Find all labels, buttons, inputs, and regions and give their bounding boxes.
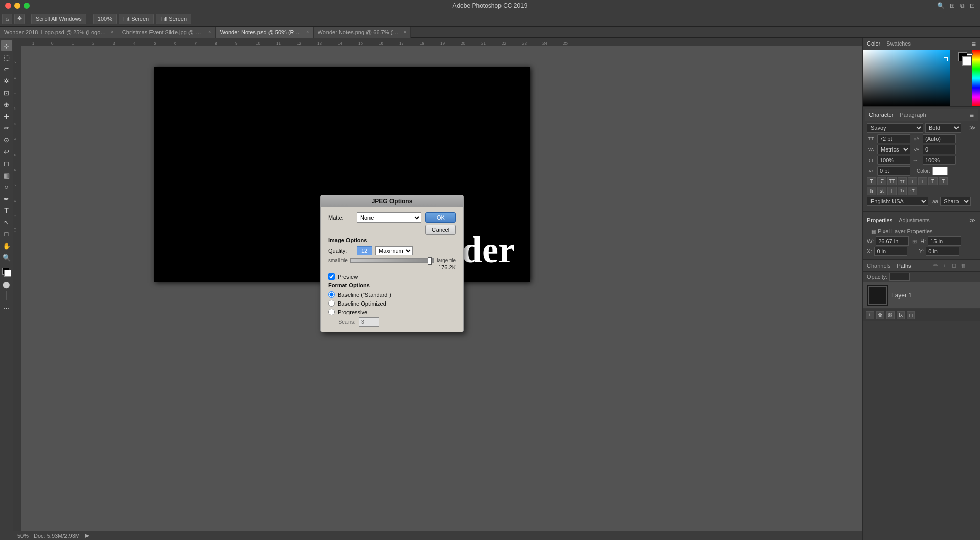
quick-mask-btn[interactable]: ⬤	[1, 278, 12, 290]
arrange-icon[interactable]: ⧉	[960, 2, 965, 9]
add-layer-btn[interactable]: +	[866, 311, 874, 319]
tab-2[interactable]: Wonder Notes.psd @ 50% (RGB/8*) ×	[216, 27, 314, 38]
delete-layer-btn[interactable]: 🗑	[876, 311, 884, 319]
leading-input[interactable]	[923, 134, 956, 143]
tab-1-close[interactable]: ×	[208, 29, 211, 35]
tab-0-close[interactable]: ×	[111, 29, 114, 35]
tab-3-close[interactable]: ×	[404, 29, 407, 35]
font-size-input[interactable]	[877, 134, 910, 143]
color-panel-menu[interactable]: ≡	[972, 40, 976, 48]
extra-tools-btn[interactable]: ···	[1, 302, 12, 313]
eraser-tool-btn[interactable]: ◻	[1, 158, 12, 169]
move-tool[interactable]: ✥	[14, 14, 25, 24]
smallcaps-style-btn[interactable]: TT	[898, 177, 907, 185]
zoom-100-btn[interactable]: 100%	[93, 14, 117, 24]
tracking-input[interactable]	[923, 145, 956, 154]
link-icon[interactable]: ⊞	[911, 237, 918, 245]
opacity-input[interactable]	[889, 273, 910, 281]
search-icon[interactable]: 🔍	[937, 2, 945, 9]
vscale-input[interactable]	[877, 156, 910, 165]
link-layer-btn[interactable]: ⛓	[886, 311, 895, 319]
baseline-standard-label[interactable]: Baseline ("Standard")	[338, 292, 391, 298]
layer-mask-btn[interactable]: ◻	[907, 311, 915, 319]
quality-slider[interactable]	[350, 258, 434, 263]
maximize-button[interactable]	[24, 3, 30, 9]
cancel-button[interactable]: Cancel	[425, 225, 456, 235]
fg-color-swatch[interactable]	[1, 267, 12, 278]
tab-3[interactable]: Wonder Notes.png @ 66.7% (Layer 1, RGB/8…	[314, 27, 411, 38]
history-tool-btn[interactable]: ↩	[1, 146, 12, 157]
select-tool-btn[interactable]: ⬚	[1, 52, 12, 63]
color-gradient[interactable]	[863, 50, 980, 106]
brush-tool-btn[interactable]: ✏	[1, 122, 12, 134]
underline-style-btn[interactable]: T	[928, 177, 938, 185]
x-input[interactable]	[874, 247, 907, 256]
frac-btn[interactable]: T	[887, 187, 897, 195]
italic-style-btn[interactable]: T	[877, 177, 886, 185]
expand-icon[interactable]: ⊡	[970, 2, 975, 9]
window-controls[interactable]	[5, 3, 30, 9]
kerning-select[interactable]: Metrics	[877, 145, 910, 154]
ok-button[interactable]: OK	[425, 212, 456, 223]
tab-2-close[interactable]: ×	[306, 29, 309, 35]
progressive-label[interactable]: Progressive	[338, 309, 367, 315]
baseline-standard-radio[interactable]	[328, 291, 335, 298]
channels-tab[interactable]: Channels	[867, 263, 890, 269]
hand-tool-btn[interactable]: ✋	[1, 240, 12, 251]
close-button[interactable]	[5, 3, 11, 9]
font-family-select[interactable]: Savoy	[867, 123, 923, 133]
super-style-btn[interactable]: T	[908, 177, 917, 185]
hscale-input[interactable]	[923, 156, 956, 165]
progressive-radio[interactable]	[328, 309, 335, 315]
layer-style-btn[interactable]: fx	[897, 311, 905, 319]
zoom-tool-btn[interactable]: 🔍	[1, 252, 12, 263]
liga-btn[interactable]: fi	[867, 187, 876, 195]
text-color-swatch[interactable]	[932, 167, 948, 175]
bold-style-btn[interactable]: T	[867, 177, 876, 185]
fill-screen-btn[interactable]: Fill Screen	[156, 14, 191, 24]
scroll-all-windows-btn[interactable]: Scroll All Windows	[31, 14, 86, 24]
height-input[interactable]	[928, 236, 961, 246]
color-tab[interactable]: Color	[867, 40, 880, 47]
delete-channel-icon[interactable]: 🗑	[960, 262, 967, 269]
quality-input[interactable]: 12	[357, 246, 372, 255]
language-select[interactable]: English: USA	[867, 197, 928, 206]
swatches-tab[interactable]: Swatches	[886, 40, 911, 47]
char-panel-collapse[interactable]: ≫	[969, 124, 976, 132]
layer-1-row[interactable]: Layer 1	[863, 282, 980, 309]
fit-screen-btn[interactable]: Fit Screen	[119, 14, 154, 24]
text-tool-btn[interactable]: T	[1, 205, 12, 216]
tab-0[interactable]: Wonder-2018_Logo.psd @ 25% (Logo Color S…	[0, 27, 118, 38]
liga2-btn[interactable]: st	[877, 187, 886, 195]
dodge-tool-btn[interactable]: ○	[1, 181, 12, 192]
adjustments-tab[interactable]: Adjustments	[899, 217, 930, 223]
crop-tool-btn[interactable]: ⊡	[1, 87, 12, 98]
more-channel-icon[interactable]: ⋯	[969, 262, 976, 269]
baseline-optimized-radio[interactable]	[328, 300, 335, 307]
baseline-optimized-label[interactable]: Baseline Optimized	[338, 300, 386, 307]
move-tool-btn[interactable]: ⊹	[1, 40, 12, 51]
lasso-tool-btn[interactable]: ⊂	[1, 63, 12, 75]
home-icon[interactable]: ⌂	[2, 14, 12, 24]
strikethrough-style-btn[interactable]: T	[939, 177, 948, 185]
clone-tool-btn[interactable]: ⊙	[1, 134, 12, 145]
width-input[interactable]	[876, 236, 909, 246]
workspace-icon[interactable]: ⊞	[950, 2, 955, 9]
ordinal-btn[interactable]: 1T	[908, 187, 917, 195]
canvas-scroll[interactable]: Wonder JPEG Options Matte: None	[13, 46, 862, 540]
hue-strip[interactable]	[972, 50, 980, 106]
scans-input[interactable]: 3	[359, 317, 379, 327]
allcaps-style-btn[interactable]: TT	[887, 177, 897, 185]
paths-tab[interactable]: Paths	[897, 263, 911, 269]
oldnum-btn[interactable]: 11	[898, 187, 907, 195]
preview-label[interactable]: Preview	[338, 274, 358, 280]
properties-tab[interactable]: Properties	[867, 217, 892, 223]
baseline-input[interactable]	[877, 166, 910, 176]
bg-swatch[interactable]	[962, 56, 971, 66]
path-select-btn[interactable]: ↖	[1, 217, 12, 228]
quality-preset-select[interactable]: Maximum High Medium Low	[375, 246, 413, 255]
tab-1[interactable]: Christmas Event Slide.jpg @ 66.7% (CMYK/…	[118, 27, 216, 38]
gradient-tool-btn[interactable]: ▥	[1, 169, 12, 181]
add-channel-icon[interactable]: +	[941, 262, 948, 269]
paragraph-tab[interactable]: Paragraph	[900, 112, 926, 118]
